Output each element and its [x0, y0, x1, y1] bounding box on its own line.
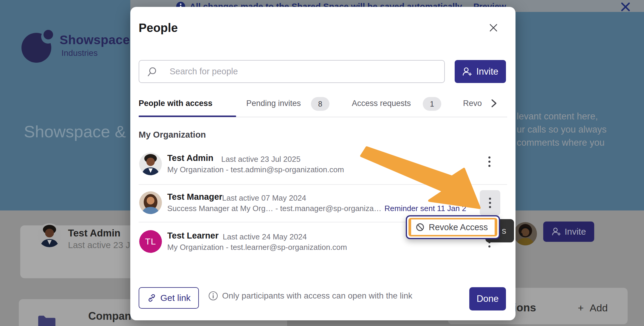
background-sections-title-fragment: ions — [513, 302, 536, 314]
row-actions-menu: Revoke Access — [406, 215, 500, 239]
background-admin-lastactive: Last active 23 Jul — [68, 240, 137, 250]
link-icon — [147, 293, 157, 303]
people-modal: People Invite People with access Pending… — [130, 7, 515, 320]
search-icon — [147, 67, 158, 77]
hero-description-fragment: levant content here, ur calls so you alw… — [517, 110, 607, 149]
invite-label: Invite — [476, 66, 498, 77]
search-input[interactable] — [169, 61, 437, 82]
highlight-frame: Revoke Access — [408, 218, 497, 236]
showspace-logo-dot — [44, 30, 53, 39]
app-root: Showspace Industries Showspace & levant … — [0, 0, 644, 326]
avatar-test-learner: TL — [139, 230, 162, 253]
hero-line-1: levant content here, — [517, 110, 607, 123]
background-admin-name: Test Admin — [68, 227, 120, 239]
kebab-menu-test-manager[interactable] — [480, 190, 500, 216]
logo-brand-sub: Industries — [61, 48, 97, 58]
tab-revoked[interactable]: Revo — [463, 99, 482, 108]
add-button[interactable]: + Add — [578, 302, 608, 314]
background-invite-label: Invite — [565, 227, 586, 237]
footer-note: Only participants with access can open w… — [208, 291, 412, 301]
avatar-initials: TL — [145, 236, 156, 247]
invite-button[interactable]: Invite — [455, 60, 506, 83]
banner-close-icon[interactable] — [620, 2, 631, 12]
hero-line-2: ur calls so you always — [517, 123, 607, 136]
kebab-menu-test-admin[interactable] — [481, 150, 498, 173]
info-icon — [208, 291, 218, 301]
modal-close-icon[interactable] — [488, 22, 499, 33]
person-last-active: Last active 07 May 2024 — [222, 193, 306, 203]
person-detail: My Organization - test.learner@sp-organi… — [167, 243, 347, 252]
pending-invites-badge: 8 — [311, 97, 329, 111]
revoke-access-label: Revoke Access — [429, 222, 488, 232]
tooltip-fragment-text: s — [502, 226, 506, 236]
row-divider — [139, 184, 507, 185]
logo-brand-name: Showspace — [60, 33, 130, 47]
background-participant-avatar — [514, 222, 537, 245]
prohibition-icon — [415, 222, 425, 232]
background-admin-avatar — [38, 223, 61, 247]
person-detail-row: Success Manager at My Org… - test.manage… — [167, 204, 466, 213]
done-button[interactable]: Done — [469, 287, 506, 310]
chevron-right-icon[interactable] — [489, 97, 499, 110]
tab-access-requests[interactable]: Access requests — [352, 99, 411, 108]
footer-note-text: Only participants with access can open w… — [222, 291, 412, 301]
avatar-test-manager — [139, 191, 162, 214]
background-invite-button[interactable]: Invite — [543, 222, 594, 242]
person-detail: My Organization - test.admin@sp-organiza… — [167, 165, 344, 174]
person-plus-icon — [552, 227, 561, 236]
revoke-access-menu-item[interactable]: Revoke Access — [411, 219, 495, 235]
search-box — [139, 60, 445, 83]
background-company-title: Compan — [88, 310, 131, 322]
add-label: Add — [590, 302, 608, 314]
modal-title: People — [139, 21, 178, 35]
reminder-sent-link[interactable]: Reminder sent 11 Jan 2 — [385, 204, 466, 213]
get-link-label: Get link — [160, 293, 191, 303]
person-plus-icon — [462, 67, 472, 77]
person-name: Test Learner — [167, 231, 219, 241]
access-requests-badge: 1 — [423, 97, 441, 111]
tab-people-with-access[interactable]: People with access — [139, 99, 213, 108]
person-last-active: Last active 23 Jul 2025 — [221, 155, 301, 164]
hero-heading: Showspace & — [24, 122, 126, 141]
tab-pending-invites[interactable]: Pending invites — [246, 99, 301, 108]
person-name: Test Admin — [167, 153, 213, 163]
plus-icon: + — [578, 302, 584, 314]
done-label: Done — [476, 293, 499, 304]
folder-icon — [37, 313, 57, 326]
section-heading: My Organization — [139, 130, 206, 140]
person-last-active: Last active 24 May 2024 — [223, 232, 307, 242]
person-name: Test Manager — [167, 192, 222, 202]
person-detail: Success Manager at My Org… - test.manage… — [167, 204, 382, 213]
avatar-test-admin — [139, 153, 162, 175]
active-tab-underline — [139, 116, 236, 117]
hero-line-3: comments where you — [517, 136, 607, 149]
get-link-button[interactable]: Get link — [139, 287, 199, 309]
